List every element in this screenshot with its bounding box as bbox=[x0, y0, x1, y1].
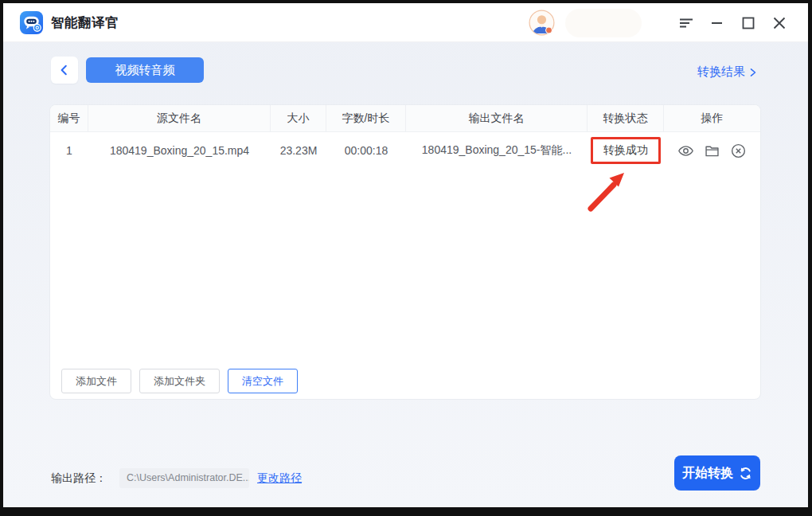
header-index: 编号 bbox=[50, 105, 88, 131]
app-logo-icon bbox=[19, 10, 44, 35]
add-folder-button[interactable]: 添加文件夹 bbox=[139, 369, 220, 393]
redacted-username-area bbox=[565, 9, 642, 37]
status-highlight-box: 转换成功 bbox=[591, 137, 661, 164]
results-link-label: 转换结果 bbox=[697, 64, 745, 80]
maximize-icon[interactable] bbox=[740, 15, 756, 31]
row-operations bbox=[664, 132, 760, 169]
user-avatar[interactable] bbox=[529, 10, 555, 36]
folder-icon[interactable] bbox=[704, 143, 720, 159]
window-controls bbox=[678, 3, 787, 42]
clear-files-button[interactable]: 清空文件 bbox=[228, 369, 298, 393]
results-chevron-icon bbox=[749, 68, 757, 77]
start-button-label: 开始转换 bbox=[682, 465, 733, 482]
file-actions: 添加文件 添加文件夹 清空文件 bbox=[61, 369, 298, 393]
row-source-name: 180419_Boxing_20_15.mp4 bbox=[88, 132, 271, 169]
output-path-value: C:\Users\Administrator.DE... bbox=[119, 468, 249, 488]
titlebar: 智能翻译官 bbox=[3, 3, 808, 42]
eye-icon[interactable] bbox=[677, 143, 694, 159]
file-list-card: 编号 源文件名 大小 字数/时长 输出文件名 转换状态 操作 1 180419_… bbox=[49, 104, 761, 400]
header-size: 大小 bbox=[271, 105, 326, 131]
row-index: 1 bbox=[50, 132, 88, 169]
header-output-name: 输出文件名 bbox=[406, 105, 588, 131]
minimize-icon[interactable] bbox=[709, 15, 725, 31]
back-chevron-icon bbox=[58, 64, 71, 76]
close-icon[interactable] bbox=[771, 15, 787, 31]
output-path-label: 输出路径： bbox=[51, 471, 107, 486]
header-duration: 字数/时长 bbox=[326, 105, 406, 131]
header-operations: 操作 bbox=[664, 105, 760, 131]
add-file-button[interactable]: 添加文件 bbox=[61, 369, 131, 393]
table-row: 1 180419_Boxing_20_15.mp4 23.23M 00:00:1… bbox=[50, 132, 760, 169]
back-button[interactable] bbox=[51, 57, 78, 84]
refresh-icon bbox=[739, 467, 752, 480]
table-header-row: 编号 源文件名 大小 字数/时长 输出文件名 转换状态 操作 bbox=[50, 105, 760, 132]
tab-video-to-audio[interactable]: 视频转音频 bbox=[86, 57, 204, 83]
remove-icon[interactable] bbox=[730, 143, 747, 159]
start-conversion-button[interactable]: 开始转换 bbox=[674, 455, 760, 491]
conversion-results-link[interactable]: 转换结果 bbox=[697, 64, 757, 80]
app-title: 智能翻译官 bbox=[51, 3, 119, 42]
row-duration: 00:00:18 bbox=[326, 132, 406, 169]
header-source-name: 源文件名 bbox=[88, 105, 271, 131]
row-size: 23.23M bbox=[271, 132, 326, 169]
change-path-link[interactable]: 更改路径 bbox=[257, 471, 302, 486]
app-frame: 智能翻译官 bbox=[3, 3, 808, 507]
hamburger-menu-icon[interactable] bbox=[678, 15, 694, 31]
row-status-cell: 转换成功 bbox=[588, 132, 664, 169]
app-window: 智能翻译官 bbox=[0, 0, 812, 516]
header-status: 转换状态 bbox=[588, 105, 664, 131]
row-output-name: 180419_Boxing_20_15-智能... bbox=[406, 132, 588, 169]
